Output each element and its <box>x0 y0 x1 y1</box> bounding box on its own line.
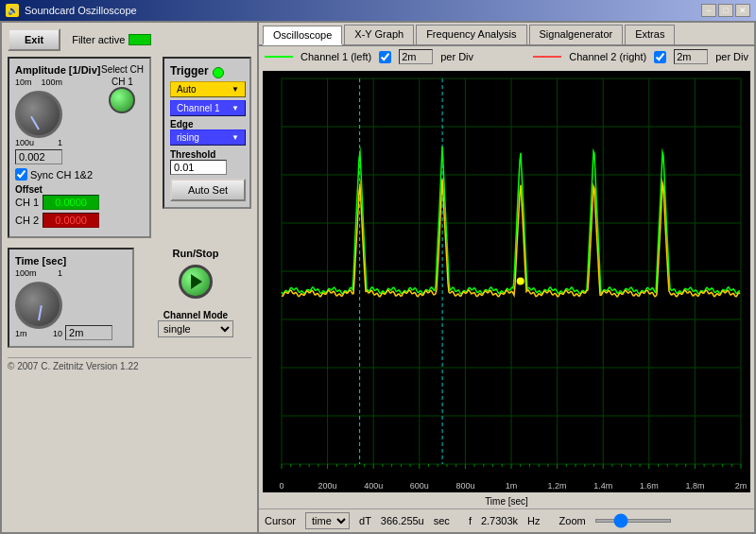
ch1-offset-input[interactable] <box>43 195 99 210</box>
maximize-button[interactable]: □ <box>718 4 733 17</box>
tab-oscilloscope[interactable]: Oscilloscope <box>263 26 342 45</box>
ch1-legend-checkbox[interactable] <box>379 51 391 63</box>
channel-mode-select[interactable]: single dual <box>158 320 233 337</box>
tabs-container: Oscilloscope X-Y Graph Frequency Analysi… <box>259 23 754 46</box>
time-knob-indicator <box>38 305 43 320</box>
tab-signalgenerator[interactable]: Signalgenerator <box>529 25 624 44</box>
f-value: 2.7303k <box>481 515 518 526</box>
copyright-text: © 2007 C. Zeitnitz Version 1.22 <box>8 357 251 371</box>
trigger-title: Trigger <box>170 64 209 78</box>
left-top-row: Amplitude [1/Div] 10m 100m 1 100u <box>8 57 251 244</box>
threshold-label: Threshold <box>170 149 244 160</box>
offset-title: Offset <box>15 184 144 195</box>
ch2-per-div-unit: per Div <box>715 51 748 62</box>
amplitude-value-input[interactable] <box>15 149 62 164</box>
ch2-per-div-input[interactable] <box>674 49 708 64</box>
ch1-legend-label: Channel 1 (left) <box>301 51 371 62</box>
sync-check: Sync CH 1&2 <box>15 168 144 181</box>
oscilloscope-display <box>263 71 750 492</box>
tab-extras[interactable]: Extras <box>625 25 675 44</box>
threshold-area: Threshold <box>170 149 244 175</box>
ch2-offset-row: CH 2 <box>15 213 144 228</box>
app-icon: 🔊 <box>6 4 19 17</box>
amp-tick-100m: 100m <box>41 78 62 87</box>
main-container: Exit Filter active Amplitude [1/Div] 10m… <box>0 21 756 534</box>
channel-mode-title: Channel Mode <box>140 310 251 320</box>
close-button[interactable]: ✕ <box>735 4 750 17</box>
x-axis-label: Time [sec] <box>263 496 750 507</box>
amplitude-knob[interactable] <box>15 91 62 138</box>
dt-value: 366.255u <box>381 515 424 526</box>
amp-tick-1: 1 <box>58 138 62 147</box>
amp-tick-100u: 100u <box>15 138 34 147</box>
amp-tick-10m: 10m <box>15 78 32 87</box>
ch2-offset-label: CH 2 <box>15 215 39 226</box>
ch1-per-div-input[interactable] <box>399 49 433 64</box>
window-controls: − □ ✕ <box>701 4 750 17</box>
trigger-auto-button[interactable]: Auto ▼ <box>170 81 246 97</box>
channel-legend: Channel 1 (left) per Div Channel 2 (righ… <box>259 46 754 67</box>
autoset-button[interactable]: Auto Set <box>170 179 246 201</box>
select-ch-label: Select CH <box>101 64 144 75</box>
trigger-edge-button[interactable]: rising ▼ <box>170 129 246 146</box>
cursor-mode-select[interactable]: time freq <box>305 512 350 529</box>
f-label: f <box>469 515 472 526</box>
cursor-bar: Cursor time freq dT 366.255u sec f 2.730… <box>259 508 754 532</box>
dt-unit: sec <box>434 515 450 526</box>
left-panel: Exit Filter active Amplitude [1/Div] 10m… <box>2 23 257 532</box>
ch1-offset-label: CH 1 <box>15 197 39 208</box>
zoom-label: Zoom <box>559 515 586 526</box>
ch2-offset-input[interactable] <box>43 213 99 228</box>
channel-mode-area: Channel Mode single dual <box>140 310 251 337</box>
ch1-color-line <box>265 56 293 58</box>
edge-label: Edge <box>170 119 244 129</box>
play-icon <box>191 274 202 289</box>
threshold-input[interactable] <box>170 160 227 175</box>
select-ch-area: Select CH CH 1 <box>101 64 144 113</box>
run-stop-button[interactable] <box>179 265 213 299</box>
oscilloscope-canvas <box>263 71 750 492</box>
time-tick-10: 10 <box>53 329 62 338</box>
sync-label: Sync CH 1&2 <box>30 169 93 181</box>
trigger-col: Trigger Auto ▼ Channel 1 ▼ Edge rising <box>157 57 251 244</box>
trigger-section: Trigger Auto ▼ Channel 1 ▼ Edge rising <box>163 57 251 209</box>
time-tick-1m: 1m <box>15 329 27 338</box>
tab-xy-graph[interactable]: X-Y Graph <box>344 25 414 44</box>
amplitude-section: Amplitude [1/Div] 10m 100m 1 100u <box>8 57 151 238</box>
time-tick-100m: 100m <box>15 268 37 278</box>
tab-frequency-analysis[interactable]: Frequency Analysis <box>416 25 526 44</box>
ch1-offset-row: CH 1 <box>15 195 144 210</box>
run-stop-label: Run/Stop <box>140 248 251 259</box>
f-unit: Hz <box>527 515 540 526</box>
ch2-color-line <box>533 56 561 58</box>
time-title: Time [sec] <box>15 255 127 267</box>
trigger-channel-button[interactable]: Channel 1 ▼ <box>170 100 246 116</box>
time-section: Time [sec] 100m 1 1m 10 <box>8 248 134 348</box>
offset-area: Offset CH 1 CH 2 <box>15 184 144 228</box>
time-tick-1: 1 <box>58 268 62 278</box>
exit-button[interactable]: Exit <box>8 28 60 51</box>
window-title: Soundcard Oszilloscope <box>25 5 137 16</box>
ch2-legend-label: Channel 2 (right) <box>569 51 646 62</box>
cursor-label: Cursor <box>265 515 296 526</box>
title-bar: 🔊 Soundcard Oszilloscope − □ ✕ <box>0 0 756 21</box>
trigger-led <box>213 67 224 78</box>
ch1-label: CH 1 <box>101 77 144 87</box>
run-stop-area: Run/Stop Channel Mode single dual <box>140 248 251 353</box>
dt-label: dT <box>359 515 371 526</box>
ch1-per-div-unit: per Div <box>440 51 473 62</box>
ch2-legend-checkbox[interactable] <box>654 51 666 63</box>
amplitude-knob-indicator <box>30 116 40 130</box>
title-bar-left: 🔊 Soundcard Oszilloscope <box>6 4 137 17</box>
minimize-button[interactable]: − <box>701 4 716 17</box>
filter-indicator <box>129 34 151 45</box>
time-knob[interactable] <box>15 282 62 329</box>
left-bottom-row: Time [sec] 100m 1 1m 10 Run/Stop <box>8 248 251 353</box>
sync-checkbox[interactable] <box>15 168 27 181</box>
right-panel: Oscilloscope X-Y Graph Frequency Analysi… <box>257 23 754 532</box>
time-value-input[interactable] <box>65 325 112 340</box>
ch1-toggle[interactable] <box>109 87 135 113</box>
filter-active-label: Filter active <box>72 34 125 45</box>
zoom-slider[interactable] <box>595 519 671 523</box>
